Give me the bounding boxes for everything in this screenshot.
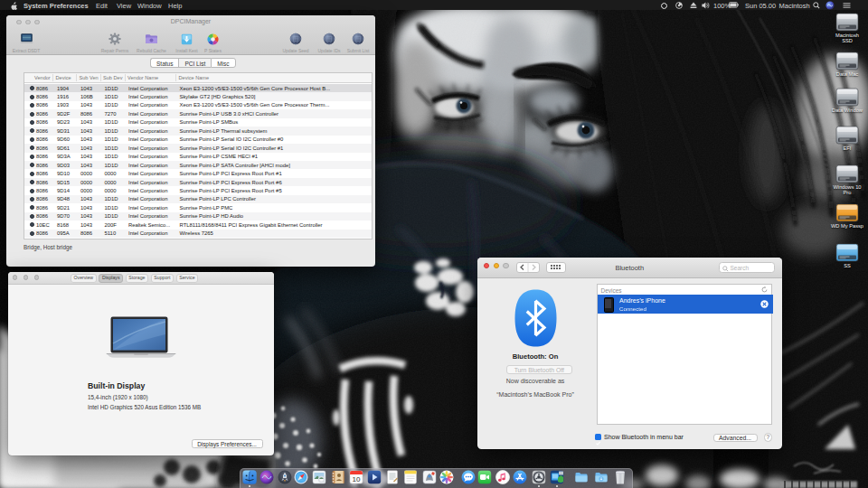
svg-text:10: 10: [352, 475, 360, 483]
